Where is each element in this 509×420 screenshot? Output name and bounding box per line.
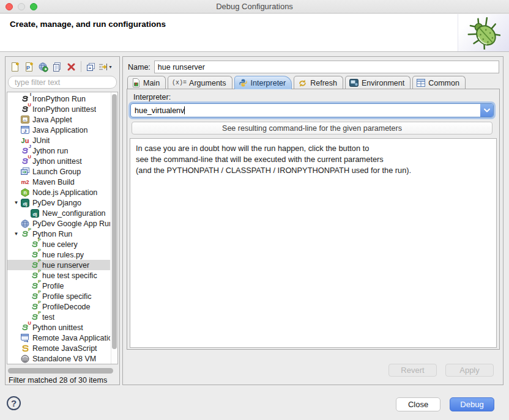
text-caret	[184, 106, 185, 114]
tree-item[interactable]: Ptest	[7, 312, 110, 322]
tree-item[interactable]: UJython unittest	[7, 156, 110, 166]
svg-text:n: n	[23, 190, 26, 196]
tree-item[interactable]: PProfile	[7, 281, 110, 291]
tree-item-label: Node.js Application	[32, 188, 97, 197]
tree-item[interactable]: Standalone V8 VM	[7, 353, 110, 364]
expand-arrow-icon[interactable]: ▼	[12, 231, 20, 237]
expand-arrow-icon[interactable]: ▼	[12, 200, 20, 205]
tree-item-label: Launch Group	[32, 168, 81, 176]
tree-item[interactable]: UIronPython unittest	[7, 104, 110, 114]
tab-environment[interactable]: Environment	[345, 76, 411, 89]
tree-item-label: Profile	[42, 282, 64, 290]
combo-dropdown-button[interactable]	[480, 104, 493, 117]
banner-title: Create, manage, and run configurations	[10, 20, 166, 29]
tree-item-label: Remote Java Application	[32, 334, 110, 342]
svg-text:J: J	[24, 128, 26, 134]
see-command-line-button[interactable]: See resulting command-line for the given…	[132, 122, 492, 134]
tree-item[interactable]: Remote Java Application	[7, 333, 110, 343]
tree-item-label: test	[42, 313, 54, 322]
snake-icon: U	[20, 105, 30, 114]
tree-item[interactable]: Remote JavaScript	[7, 343, 110, 353]
collapse-all-button[interactable]	[84, 60, 98, 73]
tree-item[interactable]: nNode.js Application	[7, 187, 110, 197]
svg-text:dj: dj	[23, 201, 27, 206]
tree-vertical-scrollbar[interactable]	[111, 92, 117, 364]
apply-button[interactable]: Apply	[445, 364, 494, 377]
arguments-icon: (x)=	[172, 79, 187, 86]
tab-label: Refresh	[310, 79, 337, 87]
tree-item-label: IronPython Run	[32, 95, 86, 103]
tree-item[interactable]: PyDev Google App Run	[7, 218, 110, 229]
nodejs-icon: n	[20, 188, 30, 197]
new-prototype-button[interactable]: P	[22, 60, 36, 73]
close-button[interactable]: Close	[396, 397, 440, 411]
tree-item-label: Python unittest	[32, 323, 83, 332]
title-bar: Debug Configurations	[0, 0, 509, 13]
info-text: In case you are in doubt how will the ru…	[130, 138, 497, 348]
tree-item[interactable]: UPython unittest	[7, 322, 110, 333]
tree-item[interactable]: Launch Group	[7, 166, 110, 177]
snake-icon: U	[20, 323, 30, 332]
tree-item[interactable]: Phue celery	[7, 239, 110, 249]
tree-item-label: New_configuration	[42, 209, 106, 218]
tree-item[interactable]: JuJUnit	[7, 135, 110, 146]
tab-common[interactable]: Common	[412, 76, 466, 89]
tree-item-label: hue runserver	[42, 261, 89, 270]
django-icon: dj	[30, 208, 40, 218]
tab-arguments[interactable]: (x)=Arguments	[168, 76, 232, 89]
filter-input[interactable]	[8, 76, 117, 89]
export-configurations-button[interactable]	[36, 60, 50, 73]
tree-item[interactable]: JJython run	[7, 146, 110, 156]
tree-item[interactable]: IIronPython Run	[7, 94, 110, 104]
tree-item[interactable]: djNew_configuration	[7, 208, 110, 218]
dropdown-arrow-icon: ▾	[109, 64, 111, 70]
tree-item[interactable]: Phue runserver	[7, 260, 110, 270]
tab-main[interactable]: PMain	[127, 76, 166, 89]
tree-item-label: PyDev Django	[32, 199, 81, 207]
name-input[interactable]	[154, 61, 499, 73]
maven-icon: m2	[20, 177, 30, 186]
tree-item[interactable]: ▼ PPython Run	[7, 229, 110, 239]
tree-item[interactable]: Phue test specific	[7, 270, 110, 281]
interpreter-combo[interactable]: hue_virtualenv	[130, 103, 494, 117]
tree-item[interactable]: Java Applet	[7, 114, 110, 125]
tree-item-label: Standalone V8 VM	[32, 355, 96, 363]
tree-horizontal-scrollbar[interactable]	[8, 368, 113, 374]
tree-item-label: Profile specific	[42, 292, 92, 301]
tab-refresh[interactable]: Refresh	[294, 76, 343, 89]
tab-label: Arguments	[189, 79, 226, 87]
tree-item[interactable]: JJava Application	[7, 125, 110, 135]
main-tab-icon: P	[132, 78, 140, 87]
tree-item[interactable]: Phue rules.py	[7, 249, 110, 260]
filter-configurations-button[interactable]: ▾	[98, 60, 112, 73]
new-configuration-button[interactable]	[8, 60, 22, 73]
tree-item-label: Java Applet	[32, 116, 72, 124]
tree-item-label: Remote JavaScript	[32, 344, 97, 353]
tree-item-label: PyDev Google App Run	[32, 219, 110, 228]
remote-javascript-icon	[20, 344, 30, 353]
tree-item-label: Jython run	[32, 147, 68, 155]
tab-label: Interpreter	[251, 79, 286, 87]
tree-item-label: Java Application	[32, 126, 87, 134]
name-label: Name:	[128, 63, 150, 72]
tree-item[interactable]: PProfile specific	[7, 291, 110, 301]
tree-item-label: hue celery	[42, 240, 78, 249]
tree-rows: IIronPython Run UIronPython unittestJava…	[7, 94, 110, 364]
tab-interpreter[interactable]: Interpreter	[234, 76, 292, 89]
duplicate-configuration-button[interactable]	[50, 60, 64, 73]
tab-label: Common	[428, 79, 459, 87]
interpreter-tab-icon	[239, 78, 248, 87]
revert-button[interactable]: Revert	[388, 364, 437, 377]
configurations-tree[interactable]: IIronPython Run UIronPython unittestJava…	[7, 92, 118, 364]
interpreter-tab-content: Interpreter: hue_virtualenv See resultin…	[127, 89, 500, 350]
delete-configuration-button[interactable]	[64, 60, 78, 73]
tab-label: Environment	[362, 79, 404, 87]
tree-item-label: Maven Build	[32, 178, 75, 186]
launch-group-icon	[20, 167, 30, 176]
configuration-detail-panel: Name: PMain(x)=ArgumentsInterpreterRefre…	[122, 56, 503, 385]
tree-item[interactable]: PProfileDecode	[7, 301, 110, 312]
tree-item[interactable]: m2Maven Build	[7, 177, 110, 187]
help-button[interactable]: ?	[7, 396, 21, 410]
tree-item[interactable]: ▼djPyDev Django	[7, 197, 110, 208]
debug-button[interactable]: Debug	[450, 397, 494, 411]
